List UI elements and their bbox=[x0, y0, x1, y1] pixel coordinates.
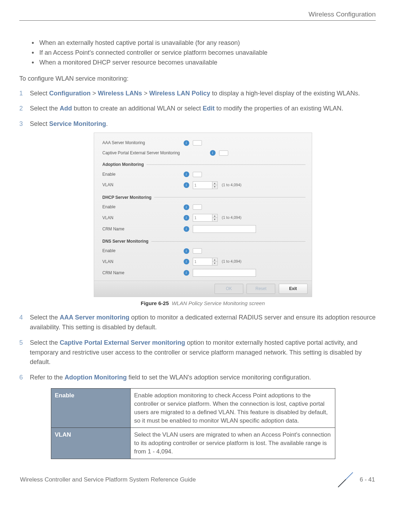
link-edit: Edit bbox=[203, 105, 215, 112]
table-row: Enable Enable adoption monitoring to che… bbox=[51, 389, 335, 428]
dhcp-vlan-input[interactable] bbox=[193, 214, 212, 222]
page-corner-icon bbox=[337, 472, 354, 488]
link-configuration: Configuration bbox=[49, 90, 91, 97]
info-icon[interactable]: i bbox=[184, 182, 189, 188]
spin-up-icon[interactable]: ▲ bbox=[212, 258, 217, 262]
spin-down-icon[interactable]: ▼ bbox=[212, 185, 217, 188]
intro-text: To configure WLAN service monitoring: bbox=[19, 74, 376, 84]
info-icon[interactable]: i bbox=[210, 150, 216, 156]
bullet-item: When an externally hosted captive portal… bbox=[32, 38, 376, 48]
bullet-list: When an externally hosted captive portal… bbox=[19, 38, 376, 68]
vlan-label: VLAN bbox=[103, 182, 182, 188]
table-key: VLAN bbox=[51, 428, 131, 459]
info-icon[interactable]: i bbox=[184, 226, 189, 232]
captive-checkbox[interactable] bbox=[219, 150, 228, 156]
vlan-label: VLAN bbox=[103, 258, 182, 265]
link-wlan-policy: Wireless LAN Policy bbox=[149, 90, 210, 97]
aaa-checkbox[interactable] bbox=[193, 140, 202, 146]
group-dns: DNS Server Monitoring bbox=[103, 238, 305, 245]
link-add: Add bbox=[60, 105, 72, 112]
footer-right: 6 - 41 bbox=[360, 476, 375, 483]
link-captive-monitoring: Captive Portal External Server monitorin… bbox=[60, 339, 185, 346]
crm-label: CRM Name bbox=[103, 270, 182, 276]
crm-label: CRM Name bbox=[103, 226, 182, 233]
step-6: Refer to the Adoption Monitoring field t… bbox=[19, 373, 376, 383]
ok-button[interactable]: OK bbox=[215, 284, 243, 294]
figure-caption: Figure 6-25 WLAN Policy Service Monitori… bbox=[30, 299, 376, 307]
dns-enable-checkbox[interactable] bbox=[193, 248, 202, 254]
captive-label: Captive Portal External Server Monitorin… bbox=[103, 150, 208, 156]
svg-line-1 bbox=[338, 479, 346, 487]
spin-down-icon[interactable]: ▼ bbox=[212, 218, 217, 221]
screenshot-panel: AAA Server Monitoring i Captive Portal E… bbox=[94, 133, 312, 297]
table-value: Select the VLAN users are migrated to wh… bbox=[131, 428, 335, 459]
aaa-label: AAA Server Monitoring bbox=[103, 140, 182, 146]
bullet-item: When a monitored DHCP server resource be… bbox=[32, 58, 376, 68]
step-1: Select Configuration > Wireless LANs > W… bbox=[19, 89, 376, 99]
vlan-hint: (1 to 4,094) bbox=[220, 182, 242, 188]
enable-label: Enable bbox=[103, 248, 182, 254]
table-row: VLAN Select the VLAN users are migrated … bbox=[51, 428, 335, 459]
spin-up-icon[interactable]: ▲ bbox=[212, 214, 217, 218]
dhcp-enable-checkbox[interactable] bbox=[193, 204, 202, 210]
step-5: Select the Captive Portal External Serve… bbox=[19, 338, 376, 368]
link-adoption-monitoring: Adoption Monitoring bbox=[65, 374, 127, 381]
link-service-monitoring: Service Monitoring bbox=[49, 120, 106, 127]
vlan-hint: (1 to 4,094) bbox=[220, 258, 242, 264]
definitions-table: Enable Enable adoption monitoring to che… bbox=[51, 388, 335, 459]
adoption-vlan-input[interactable] bbox=[193, 181, 212, 189]
bullet-item: If an Access Point's connected controlle… bbox=[32, 48, 376, 58]
dhcp-crm-input[interactable] bbox=[193, 225, 256, 233]
spin-up-icon[interactable]: ▲ bbox=[212, 182, 217, 185]
table-value: Enable adoption monitoring to check Acce… bbox=[131, 389, 335, 428]
group-adoption: Adoption Monitoring bbox=[103, 161, 305, 168]
step-4: Select the AAA Server monitoring option … bbox=[19, 313, 376, 332]
enable-label: Enable bbox=[103, 171, 182, 178]
group-dhcp: DHCP Server Monitoring bbox=[103, 194, 305, 201]
adoption-enable-checkbox[interactable] bbox=[193, 172, 202, 177]
info-icon[interactable]: i bbox=[184, 259, 189, 264]
step-3: Select Service Monitoring. AAA Server Mo… bbox=[19, 119, 376, 307]
page-header: Wireless Configuration bbox=[19, 11, 376, 21]
info-icon[interactable]: i bbox=[184, 204, 189, 210]
exit-button[interactable]: Exit bbox=[279, 284, 308, 294]
footer-left: Wireless Controller and Service Platform… bbox=[20, 476, 196, 483]
dialog-footer: OK Reset Exit bbox=[94, 281, 312, 297]
info-icon[interactable]: i bbox=[184, 270, 189, 276]
info-icon[interactable]: i bbox=[184, 248, 189, 254]
dns-crm-input[interactable] bbox=[193, 269, 256, 277]
vlan-label: VLAN bbox=[103, 215, 182, 221]
table-key: Enable bbox=[51, 389, 131, 428]
dns-vlan-input[interactable] bbox=[193, 258, 212, 265]
spin-down-icon[interactable]: ▼ bbox=[212, 262, 217, 265]
link-wireless-lans: Wireless LANs bbox=[98, 90, 142, 97]
step-2: Select the Add button to create an addit… bbox=[19, 104, 376, 114]
vlan-hint: (1 to 4,094) bbox=[220, 215, 242, 221]
enable-label: Enable bbox=[103, 204, 182, 210]
link-aaa-monitoring: AAA Server monitoring bbox=[60, 314, 129, 321]
info-icon[interactable]: i bbox=[184, 215, 189, 221]
reset-button[interactable]: Reset bbox=[246, 284, 275, 294]
info-icon[interactable]: i bbox=[184, 140, 189, 146]
info-icon[interactable]: i bbox=[184, 171, 189, 177]
